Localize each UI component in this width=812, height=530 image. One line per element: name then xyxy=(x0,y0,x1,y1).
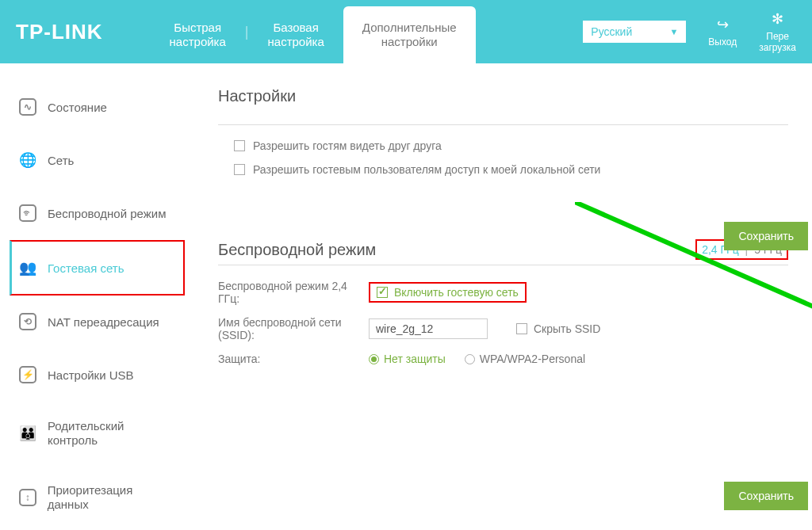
hide-ssid-checkbox[interactable] xyxy=(516,323,527,334)
checkbox-icon[interactable] xyxy=(234,164,245,175)
ssid-row: Имя беспроводной сети (SSID): Скрыть SSI… xyxy=(218,316,788,341)
checkbox-icon[interactable] xyxy=(234,140,245,151)
qos-icon: ↕ xyxy=(19,489,36,506)
reload-icon: ✻ xyxy=(772,10,783,28)
divider xyxy=(218,265,788,265)
main-tabs: Быстрая настройка | Базовая настройка До… xyxy=(151,0,476,63)
sidebar-item-label: Гостевая сеть xyxy=(48,261,124,275)
usb-icon: ⚡ xyxy=(19,366,36,383)
checkbox-label: Разрешить гостевым пользователям доступ … xyxy=(253,163,600,176)
no-security-label: Нет защиты xyxy=(384,353,446,365)
sidebar-item-usb[interactable]: ⚡ Настройки USB xyxy=(10,349,185,402)
header: TP-LINK Быстрая настройка | Базовая наст… xyxy=(0,0,812,63)
sidebar-item-label: Сеть xyxy=(48,154,74,167)
language-select[interactable]: Русский ▼ xyxy=(583,21,686,43)
logo: TP-LINK xyxy=(16,20,103,44)
sidebar-item-label: Состояние xyxy=(48,101,107,114)
sidebar-item-parental[interactable]: 👪 Родительский контроль xyxy=(10,402,185,466)
chevron-down-icon: ▼ xyxy=(669,27,678,36)
logout-icon: ↪ xyxy=(717,16,729,33)
wpa-radio[interactable]: WPA/WPA2-Personal xyxy=(465,353,585,365)
save-button[interactable]: Сохранить xyxy=(724,482,808,510)
nat-icon: ⟲ xyxy=(19,313,36,330)
reload-label: Пере загрузка xyxy=(759,31,796,53)
security-label: Защита: xyxy=(218,353,369,365)
tab-quick-setup[interactable]: Быстрая настройка xyxy=(151,6,245,63)
save-button[interactable]: Сохранить xyxy=(724,222,808,250)
sidebar-item-label: Настройки USB xyxy=(48,368,134,382)
ssid-input[interactable] xyxy=(369,318,488,339)
users-icon: 👥 xyxy=(19,259,36,276)
allow-guests-see-checkbox-row[interactable]: Разрешить гостям видеть друг друга xyxy=(218,139,788,152)
sidebar-item-qos[interactable]: ↕ Приоритезация данных xyxy=(10,466,185,530)
security-row: Защита: Нет защиты WPA/WPA2-Personal xyxy=(218,353,788,365)
status-icon: ∿ xyxy=(19,98,36,116)
enable-guest-checkbox-row[interactable]: Включить гостевую сеть xyxy=(369,282,527,303)
section-wireless-title: Беспроводной режим xyxy=(218,241,376,259)
sidebar-item-label: Беспроводной режим xyxy=(48,207,166,220)
allow-local-access-checkbox-row[interactable]: Разрешить гостевым пользователям доступ … xyxy=(218,163,788,176)
logout-button[interactable]: ↪ Выход xyxy=(708,16,737,48)
globe-icon: 🌐 xyxy=(19,151,36,169)
language-value: Русский xyxy=(591,25,632,38)
content: Настройки Разрешить гостям видеть друг д… xyxy=(194,63,812,530)
header-right: Русский ▼ ↪ Выход ✻ Пере загрузка xyxy=(583,10,796,53)
wifi-icon: ᯤ xyxy=(19,204,36,222)
divider xyxy=(218,124,788,125)
checkbox-label: Разрешить гостям видеть друг друга xyxy=(253,139,442,152)
tab-basic-setup[interactable]: Базовая настройка xyxy=(249,6,343,63)
enable-guest-label: Включить гостевую сеть xyxy=(394,286,519,299)
wpa-label: WPA/WPA2-Personal xyxy=(480,353,585,365)
sidebar-item-guest-network[interactable]: 👥 Гостевая сеть xyxy=(10,240,185,296)
sidebar-item-label: NAT переадресация xyxy=(48,315,159,329)
checkbox-checked-icon[interactable] xyxy=(377,287,388,298)
wireless-mode-label: Беспроводной режим 2,4 ГГц: xyxy=(218,280,369,305)
sidebar-item-nat[interactable]: ⟲ NAT переадресация xyxy=(10,296,185,349)
sidebar: ∿ Состояние 🌐 Сеть ᯤ Беспроводной режим … xyxy=(0,63,194,530)
sidebar-item-label: Родительский контроль xyxy=(48,419,175,448)
sidebar-item-status[interactable]: ∿ Состояние xyxy=(10,81,185,134)
parental-icon: 👪 xyxy=(19,425,36,442)
ssid-label: Имя беспроводной сети (SSID): xyxy=(218,316,369,341)
wireless-mode-row: Беспроводной режим 2,4 ГГц: Включить гос… xyxy=(218,280,788,305)
no-security-radio[interactable]: Нет защиты xyxy=(369,353,446,365)
logout-label: Выход xyxy=(708,36,737,48)
sidebar-item-network[interactable]: 🌐 Сеть xyxy=(10,134,185,187)
reload-button[interactable]: ✻ Пере загрузка xyxy=(759,10,796,53)
sidebar-item-label: Приоритезация данных xyxy=(48,483,175,512)
radio-selected-icon xyxy=(369,354,379,364)
tab-advanced-setup[interactable]: Дополнительные настройки xyxy=(343,6,476,63)
radio-icon xyxy=(465,354,475,364)
main: ∿ Состояние 🌐 Сеть ᯤ Беспроводной режим … xyxy=(0,63,812,530)
sidebar-item-wireless[interactable]: ᯤ Беспроводной режим xyxy=(10,187,185,240)
section-settings-title: Настройки xyxy=(218,87,788,105)
hide-ssid-label: Скрыть SSID xyxy=(534,322,600,335)
tab-separator: | xyxy=(245,24,249,40)
